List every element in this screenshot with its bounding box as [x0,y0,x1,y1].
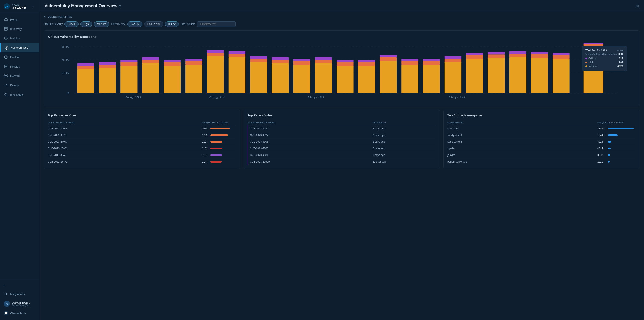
svg-rect-84 [488,55,504,58]
svg-rect-61 [336,62,353,66]
filter-chip-medium[interactable]: Medium [94,21,110,27]
table-row[interactable]: CVE-2017-8046 1167 [48,152,236,158]
logo-text: sysdig SECURE [12,4,26,10]
sidebar-item-vulnerabilities[interactable]: Vulnerabilities [0,43,39,52]
pervasive-table: Vulnerability Name Unique detections CVE… [48,120,236,165]
svg-rect-53 [272,57,288,60]
filter-date-input[interactable] [197,21,236,27]
svg-rect-5 [6,29,8,30]
section-toggle-icon[interactable]: ▼ [44,16,46,18]
bar-group-16 [401,59,418,93]
logo-secure: SECURE [12,6,26,10]
svg-rect-30 [120,60,137,62]
filter-chip-high[interactable]: High [80,21,92,27]
vuln-released: 2 days ago [372,132,436,139]
table-row[interactable]: kube-system 4815 [448,139,636,145]
filter-chip-has-fix[interactable]: Has Fix [127,21,142,27]
table-row[interactable]: sysdig 4344 [448,145,636,152]
table-row[interactable]: CVE-2023-20900 20 days ago [248,158,436,165]
svg-rect-3 [6,27,8,29]
tooltip-high-label: High [585,61,594,64]
table-row[interactable]: CVE-2023-36054 1978 [48,125,236,132]
svg-rect-85 [488,52,504,55]
sidebar-item-posture[interactable]: Posture [0,52,39,62]
vuln-released: 2 days ago [372,125,436,132]
table-row[interactable]: performance-app 2611 [448,158,636,165]
svg-rect-40 [185,59,202,61]
ns-col-detections: Unique detections [597,120,636,125]
sidebar-expand-button[interactable]: › [31,4,36,9]
vuln-bar [210,152,236,158]
table-row[interactable]: sock-shop 41599 [448,125,636,132]
vuln-name: CVE-2023-4039 [248,125,372,132]
sidebar-item-network[interactable]: Network [0,71,39,81]
table-row[interactable]: CVE-2023-4863 7 days ago [248,145,436,152]
table-row[interactable]: CVE-2023-27043 1197 [48,139,236,145]
chart-title: Unique Vulnerability Detections [48,35,635,39]
vuln-name: CVE-2023-4527 [248,132,372,139]
svg-text:2 K: 2 K [62,72,70,74]
filter-chip-has-exploit[interactable]: Has Exploit [144,21,164,27]
sidebar-item-investigate[interactable]: Investigate [0,90,39,99]
vuln-name: CVE-2023-27043 [48,139,202,145]
chat-button[interactable]: 💬 Chat with Us [0,309,39,317]
svg-rect-87 [510,54,526,57]
fullscreen-icon[interactable]: ⊞ [636,4,639,8]
ns-name: sock-shop [448,125,597,132]
vuln-name: CVE-2023-4881 [248,152,372,158]
svg-rect-51 [272,63,288,93]
svg-rect-76 [444,62,462,93]
sidebar-item-integrations[interactable]: Integrations [0,289,39,299]
ns-count: 2611 [597,158,608,165]
sidebar-bottom: « Integrations JY Joseph Yostos Secure T… [0,279,39,320]
tooltip-date: Wed Sep 13, 2023 [585,49,607,52]
filter-type-label: Filter by type [111,23,126,26]
table-row[interactable]: CVE-2022-27772 1147 [48,158,236,165]
sidebar-item-events[interactable]: Events [0,81,39,90]
bar-group-10 [272,57,288,93]
user-info: Joseph Yostos Secure Team (Ca... [12,301,30,306]
table-row[interactable]: CVE-2023-4806 2 days ago [248,139,436,145]
user-section[interactable]: JY Joseph Yostos Secure Team (Ca... [0,299,39,309]
page-title-dropdown-icon[interactable]: ▾ [119,4,121,8]
filter-chip-in-use[interactable]: In Use [165,21,179,27]
bar-group-17 [423,59,440,93]
filter-chip-critical[interactable]: Critical [64,21,79,27]
sidebar-collapse-button[interactable]: « [0,282,39,289]
svg-rect-52 [272,60,288,63]
svg-rect-22 [78,69,94,93]
svg-rect-73 [423,65,440,93]
sidebar-item-insights[interactable]: Insights [0,34,39,43]
vuln-name: CVE-2017-8046 [48,152,202,158]
vuln-released: 20 days ago [372,158,436,165]
table-row[interactable]: CVE-2023-20883 1182 [48,145,236,152]
svg-rect-81 [466,53,483,55]
vuln-bar [210,158,236,165]
vuln-released: 9 days ago [372,152,436,158]
ns-name: sysdig [448,145,597,152]
table-row[interactable]: CVE-2023-4039 2 days ago [248,125,436,132]
vuln-count: 1978 [202,125,210,132]
page-title: Vulnerability Management Overview ▾ [44,4,121,8]
sidebar-item-policies[interactable]: Policies [0,62,39,71]
section-header-label: VULNERABILITIES [48,15,72,18]
svg-rect-44 [228,57,246,93]
tooltip-high-value: 1984 [617,61,623,64]
ns-bar [608,145,636,152]
vuln-count: 1795 [202,132,210,139]
svg-rect-54 [294,65,310,93]
sidebar-item-home[interactable]: Home [0,15,39,24]
table-row[interactable]: CVE-2023-4881 9 days ago [248,152,436,158]
recent-vulns-panel: Top Recent Vulns Vulnerability Name Rele… [244,110,440,169]
sidebar-item-inventory[interactable]: Inventory [0,24,39,34]
table-row[interactable]: CVE-2023-3978 1795 [48,132,236,139]
table-row[interactable]: CVE-2023-4527 2 days ago [248,132,436,139]
svg-rect-36 [164,62,180,66]
svg-text:Aug 20: Aug 20 [124,96,141,98]
tooltip-medium-row: Medium 4320 [585,65,623,68]
sidebar-item-label: Events [10,84,19,87]
table-row[interactable]: sysdig-agent 10448 [448,132,636,139]
svg-rect-27 [99,62,116,65]
table-row[interactable]: jenkins 3603 [448,152,636,158]
bar-group-15 [380,55,397,93]
